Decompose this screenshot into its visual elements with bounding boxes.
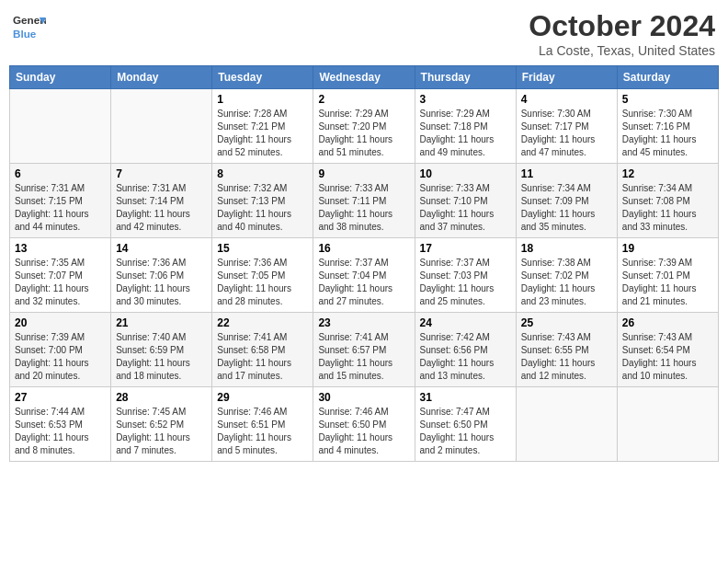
day-number: 2 (318, 93, 409, 106)
calendar-cell: 9Sunrise: 7:33 AM Sunset: 7:11 PM Daylig… (313, 164, 415, 238)
calendar-header-row: SundayMondayTuesdayWednesdayThursdayFrid… (10, 66, 719, 89)
day-info: Sunrise: 7:41 AM Sunset: 6:57 PM Dayligh… (318, 331, 409, 383)
page-subtitle: La Coste, Texas, United States (529, 43, 715, 58)
day-number: 3 (420, 93, 511, 106)
calendar-cell: 4Sunrise: 7:30 AM Sunset: 7:17 PM Daylig… (516, 89, 617, 164)
day-info: Sunrise: 7:47 AM Sunset: 6:50 PM Dayligh… (420, 406, 511, 457)
calendar-cell (10, 89, 111, 164)
day-info: Sunrise: 7:46 AM Sunset: 6:51 PM Dayligh… (217, 406, 308, 457)
calendar-cell: 28Sunrise: 7:45 AM Sunset: 6:52 PM Dayli… (111, 387, 212, 462)
day-info: Sunrise: 7:29 AM Sunset: 7:20 PM Dayligh… (318, 108, 409, 159)
day-info: Sunrise: 7:32 AM Sunset: 7:13 PM Dayligh… (217, 182, 308, 234)
calendar-cell: 24Sunrise: 7:42 AM Sunset: 6:56 PM Dayli… (415, 313, 516, 387)
day-info: Sunrise: 7:30 AM Sunset: 7:16 PM Dayligh… (622, 108, 713, 159)
calendar-cell: 23Sunrise: 7:41 AM Sunset: 6:57 PM Dayli… (313, 313, 415, 387)
day-number: 10 (420, 167, 511, 180)
day-info: Sunrise: 7:42 AM Sunset: 6:56 PM Dayligh… (420, 331, 511, 383)
day-number: 23 (318, 316, 409, 329)
calendar-week-row: 20Sunrise: 7:39 AM Sunset: 7:00 PM Dayli… (10, 313, 719, 387)
day-number: 24 (420, 316, 511, 329)
day-info: Sunrise: 7:35 AM Sunset: 7:07 PM Dayligh… (15, 257, 106, 308)
day-info: Sunrise: 7:39 AM Sunset: 7:00 PM Dayligh… (15, 331, 106, 383)
calendar-week-row: 27Sunrise: 7:44 AM Sunset: 6:53 PM Dayli… (10, 387, 719, 462)
calendar-cell: 27Sunrise: 7:44 AM Sunset: 6:53 PM Dayli… (10, 387, 111, 462)
calendar-week-row: 13Sunrise: 7:35 AM Sunset: 7:07 PM Dayli… (10, 238, 719, 313)
svg-text:Blue: Blue (13, 28, 37, 40)
day-of-week-header: Friday (516, 66, 617, 89)
calendar-cell: 25Sunrise: 7:43 AM Sunset: 6:55 PM Dayli… (516, 313, 617, 387)
day-number: 26 (622, 316, 713, 329)
page-header: General Blue October 2024 La Coste, Texa… (9, 9, 719, 58)
calendar-cell: 10Sunrise: 7:33 AM Sunset: 7:10 PM Dayli… (415, 164, 516, 238)
calendar-cell (111, 89, 212, 164)
calendar-week-row: 6Sunrise: 7:31 AM Sunset: 7:15 PM Daylig… (10, 164, 719, 238)
day-info: Sunrise: 7:46 AM Sunset: 6:50 PM Dayligh… (318, 406, 409, 457)
day-number: 18 (521, 242, 612, 255)
day-number: 29 (217, 391, 308, 404)
day-info: Sunrise: 7:33 AM Sunset: 7:10 PM Dayligh… (420, 182, 511, 234)
day-info: Sunrise: 7:34 AM Sunset: 7:08 PM Dayligh… (622, 182, 713, 234)
title-block: October 2024 La Coste, Texas, United Sta… (529, 9, 715, 58)
day-number: 8 (217, 167, 308, 180)
day-info: Sunrise: 7:44 AM Sunset: 6:53 PM Dayligh… (15, 406, 106, 457)
calendar-cell: 5Sunrise: 7:30 AM Sunset: 7:16 PM Daylig… (617, 89, 718, 164)
day-info: Sunrise: 7:43 AM Sunset: 6:55 PM Dayligh… (521, 331, 612, 383)
day-number: 20 (15, 316, 106, 329)
day-number: 9 (318, 167, 409, 180)
calendar-table: SundayMondayTuesdayWednesdayThursdayFrid… (9, 65, 719, 462)
calendar-cell: 8Sunrise: 7:32 AM Sunset: 7:13 PM Daylig… (212, 164, 313, 238)
day-number: 22 (217, 316, 308, 329)
day-number: 14 (116, 242, 207, 255)
day-number: 11 (521, 167, 612, 180)
calendar-cell: 16Sunrise: 7:37 AM Sunset: 7:04 PM Dayli… (313, 238, 415, 313)
calendar-week-row: 1Sunrise: 7:28 AM Sunset: 7:21 PM Daylig… (10, 89, 719, 164)
calendar-cell: 19Sunrise: 7:39 AM Sunset: 7:01 PM Dayli… (617, 238, 718, 313)
day-of-week-header: Saturday (617, 66, 718, 89)
day-info: Sunrise: 7:34 AM Sunset: 7:09 PM Dayligh… (521, 182, 612, 234)
calendar-cell: 3Sunrise: 7:29 AM Sunset: 7:18 PM Daylig… (415, 89, 516, 164)
day-number: 5 (622, 93, 713, 106)
day-number: 1 (217, 93, 308, 106)
page-title: October 2024 (529, 9, 715, 43)
day-number: 15 (217, 242, 308, 255)
day-info: Sunrise: 7:31 AM Sunset: 7:14 PM Dayligh… (116, 182, 207, 234)
day-number: 6 (15, 167, 106, 180)
day-info: Sunrise: 7:39 AM Sunset: 7:01 PM Dayligh… (622, 257, 713, 308)
day-info: Sunrise: 7:38 AM Sunset: 7:02 PM Dayligh… (521, 257, 612, 308)
calendar-cell: 22Sunrise: 7:41 AM Sunset: 6:58 PM Dayli… (212, 313, 313, 387)
day-info: Sunrise: 7:45 AM Sunset: 6:52 PM Dayligh… (116, 406, 207, 457)
calendar-cell: 26Sunrise: 7:43 AM Sunset: 6:54 PM Dayli… (617, 313, 718, 387)
calendar-cell: 15Sunrise: 7:36 AM Sunset: 7:05 PM Dayli… (212, 238, 313, 313)
calendar-cell (516, 387, 617, 462)
day-info: Sunrise: 7:30 AM Sunset: 7:17 PM Dayligh… (521, 108, 612, 159)
calendar-cell: 6Sunrise: 7:31 AM Sunset: 7:15 PM Daylig… (10, 164, 111, 238)
calendar-cell: 21Sunrise: 7:40 AM Sunset: 6:59 PM Dayli… (111, 313, 212, 387)
day-info: Sunrise: 7:36 AM Sunset: 7:05 PM Dayligh… (217, 257, 308, 308)
day-info: Sunrise: 7:33 AM Sunset: 7:11 PM Dayligh… (318, 182, 409, 234)
calendar-cell: 13Sunrise: 7:35 AM Sunset: 7:07 PM Dayli… (10, 238, 111, 313)
day-of-week-header: Monday (111, 66, 212, 89)
day-number: 31 (420, 391, 511, 404)
day-number: 25 (521, 316, 612, 329)
day-of-week-header: Wednesday (313, 66, 415, 89)
day-info: Sunrise: 7:28 AM Sunset: 7:21 PM Dayligh… (217, 108, 308, 159)
day-info: Sunrise: 7:31 AM Sunset: 7:15 PM Dayligh… (15, 182, 106, 234)
day-number: 30 (318, 391, 409, 404)
calendar-cell: 12Sunrise: 7:34 AM Sunset: 7:08 PM Dayli… (617, 164, 718, 238)
calendar-cell: 18Sunrise: 7:38 AM Sunset: 7:02 PM Dayli… (516, 238, 617, 313)
day-number: 16 (318, 242, 409, 255)
day-number: 7 (116, 167, 207, 180)
day-info: Sunrise: 7:37 AM Sunset: 7:03 PM Dayligh… (420, 257, 511, 308)
day-of-week-header: Sunday (10, 66, 111, 89)
logo: General Blue (13, 9, 50, 42)
calendar-cell: 20Sunrise: 7:39 AM Sunset: 7:00 PM Dayli… (10, 313, 111, 387)
calendar-cell: 17Sunrise: 7:37 AM Sunset: 7:03 PM Dayli… (415, 238, 516, 313)
calendar-cell: 31Sunrise: 7:47 AM Sunset: 6:50 PM Dayli… (415, 387, 516, 462)
day-number: 28 (116, 391, 207, 404)
day-info: Sunrise: 7:29 AM Sunset: 7:18 PM Dayligh… (420, 108, 511, 159)
calendar-cell: 14Sunrise: 7:36 AM Sunset: 7:06 PM Dayli… (111, 238, 212, 313)
day-info: Sunrise: 7:40 AM Sunset: 6:59 PM Dayligh… (116, 331, 207, 383)
calendar-cell: 2Sunrise: 7:29 AM Sunset: 7:20 PM Daylig… (313, 89, 415, 164)
day-number: 12 (622, 167, 713, 180)
day-number: 13 (15, 242, 106, 255)
